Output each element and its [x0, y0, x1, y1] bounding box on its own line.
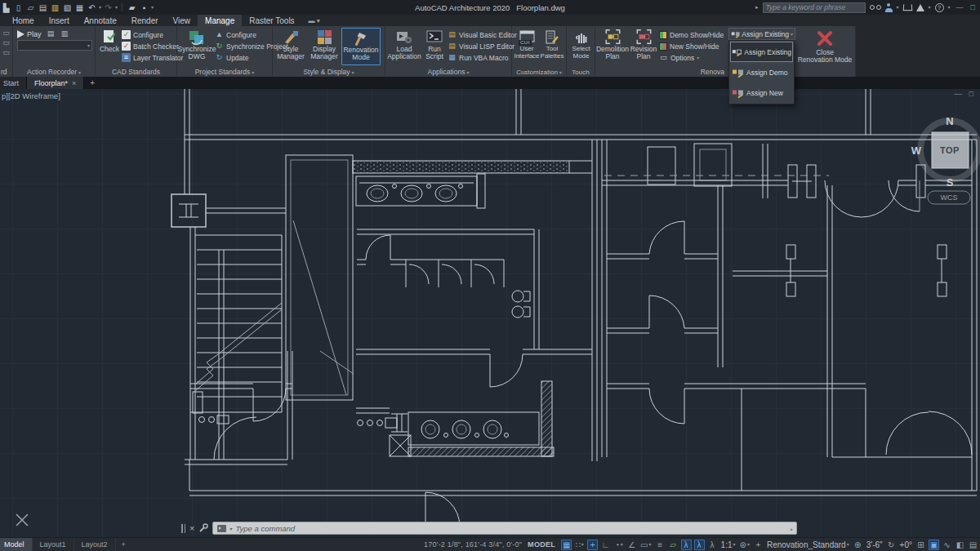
restore-drawing-icon[interactable]: □	[969, 90, 973, 98]
redo-icon[interactable]: ↷	[103, 2, 114, 13]
print-icon[interactable]: ▦	[74, 2, 85, 13]
menu-item-assign-new[interactable]: Assign New	[730, 82, 793, 103]
alert-caret-icon[interactable]: ▾	[929, 5, 931, 10]
panel-label-touch[interactable]: Touch	[572, 69, 589, 76]
undo-caret-icon[interactable]: ▾	[99, 5, 101, 10]
run-vba-macro-button[interactable]: ▦Run VBA Macro	[448, 52, 517, 63]
drawing-canvas[interactable]: N W S TOP WCS	[0, 89, 980, 537]
open-file-icon[interactable]: ▱	[25, 2, 36, 13]
customization-menu-icon[interactable]: ▤	[968, 540, 978, 550]
tab-render[interactable]: Render	[124, 15, 166, 26]
revision-plan-button[interactable]: Revision Plan	[628, 28, 659, 65]
action-macro-select[interactable]: ▾	[17, 40, 92, 51]
command-grip-handle[interactable]	[181, 524, 185, 533]
lineweight-icon[interactable]: ≡	[655, 540, 666, 550]
command-recent-caret-icon[interactable]: ▾	[229, 526, 232, 531]
undo-icon[interactable]: ↶	[87, 2, 97, 13]
new-layout-icon[interactable]: +	[116, 540, 131, 549]
display-manager-button[interactable]: Display Manager	[307, 28, 341, 65]
panel-label-project-standards[interactable]: Project Standards	[195, 68, 251, 76]
user-interface-button[interactable]: CUI User Interface	[514, 28, 540, 65]
select-mode-button[interactable]: Select Mode	[568, 28, 594, 65]
layout-tab-model[interactable]: Model	[0, 538, 33, 551]
check-button[interactable]: Check	[97, 28, 122, 65]
viewcube[interactable]: N W S TOP WCS	[911, 115, 979, 204]
sign-in-icon[interactable]	[885, 3, 893, 12]
options-button[interactable]: ▭Options▾	[659, 52, 728, 63]
tab-insert[interactable]: Insert	[42, 15, 77, 26]
annotation-visibility-icon[interactable]: λ	[681, 540, 692, 550]
panel-label-renovate[interactable]: Renova	[701, 68, 724, 76]
doc-tab-start[interactable]: Start	[0, 77, 27, 89]
ucs-icon[interactable]	[16, 514, 28, 526]
save-as-icon[interactable]: ▥	[50, 2, 60, 13]
viewcube-west[interactable]: W	[911, 144, 922, 157]
panel-label-cad-standards[interactable]: CAD Standards	[112, 68, 160, 76]
help-caret-icon[interactable]: ▾	[948, 5, 951, 10]
menu-item-assign-existing[interactable]: Assign Existing	[730, 42, 793, 62]
viewport-controls-label[interactable]: p][2D Wireframe]	[2, 91, 60, 100]
panel-label-style-display[interactable]: Style & Display	[303, 68, 350, 76]
close-tab-icon[interactable]: ×	[72, 79, 76, 87]
object-snap-icon[interactable]: ▭▾	[639, 540, 652, 550]
workspace-gear-icon[interactable]: ⊛▾	[739, 540, 751, 550]
assign-existing-dropdown-button[interactable]: Assign Existing▾	[728, 28, 795, 40]
visual-lisp-editor-button[interactable]: ▤Visual LISP Editor	[448, 41, 517, 51]
renovation-mode-button[interactable]: Renovation Mode	[341, 28, 381, 65]
ribbon-options-icon[interactable]: ▬ ▾	[302, 15, 327, 26]
quick-view-icon[interactable]: ⊞	[915, 540, 926, 550]
annotation-monitor-icon[interactable]: +	[753, 540, 764, 550]
visual-basic-editor-button[interactable]: ▤Visual Basic Editor	[448, 29, 517, 40]
annotation-scale-button[interactable]: 1:1▾	[720, 540, 737, 550]
tab-home[interactable]: Home	[5, 15, 42, 26]
insert-user-message-icon[interactable]: ▥	[60, 29, 69, 38]
account-caret-icon[interactable]: ▾	[897, 5, 899, 10]
qat-caret-icon[interactable]: ▾	[151, 5, 154, 10]
insert-pause-icon[interactable]: ▭	[2, 48, 11, 57]
insert-message-icon[interactable]: ▭	[2, 29, 11, 38]
new-drawing-tab-icon[interactable]: +	[84, 77, 100, 89]
search-icon[interactable]	[870, 4, 881, 11]
command-close-icon[interactable]: ×	[189, 524, 194, 533]
plot-icon[interactable]: ▧	[62, 2, 73, 13]
close-renovation-mode-button[interactable]: Close Renovation Mode	[795, 28, 854, 75]
alert-icon[interactable]	[916, 4, 924, 11]
demo-show-hide-button[interactable]: Demo Show/Hide	[659, 29, 728, 40]
load-application-button[interactable]: Load Application	[387, 28, 421, 65]
style-manager-button[interactable]: Style Manager	[274, 28, 307, 65]
annotation-autoscale-icon[interactable]: λ	[694, 540, 705, 550]
units-globe-icon[interactable]: ⊕	[853, 540, 863, 550]
run-script-button[interactable]: Run Script	[421, 28, 448, 65]
display-standard-button[interactable]: Renovation_Standard▾	[766, 540, 850, 550]
new-file-icon[interactable]: ▯	[13, 2, 24, 13]
wcs-label[interactable]: WCS	[941, 193, 958, 202]
maximize-window-icon[interactable]: □	[969, 3, 977, 11]
polar-tracking-icon[interactable]: ◔▾	[613, 540, 624, 550]
command-customize-wrench-icon[interactable]	[198, 523, 208, 533]
store-cart-icon[interactable]	[902, 4, 912, 11]
menu-item-assign-demo[interactable]: Assign Demo	[730, 62, 793, 82]
dynamic-input-icon[interactable]: +	[587, 540, 598, 550]
tab-annotate[interactable]: Annotate	[77, 15, 124, 26]
search-collapse-icon[interactable]: ▸	[755, 4, 759, 11]
insert-input-icon[interactable]: ▭	[2, 38, 11, 47]
insert-base-point-icon[interactable]: ▤	[47, 29, 56, 38]
open-drawing-icon[interactable]: ▰	[127, 2, 137, 13]
snap-mode-icon[interactable]: ∷▾	[574, 540, 585, 550]
isolate-objects-icon[interactable]: ▱	[668, 540, 679, 550]
synchronize-dwg-button[interactable]: Synchronize DWG	[179, 28, 215, 65]
clean-screen-icon[interactable]: ◧	[955, 540, 965, 550]
app-menu-icon[interactable]: ▙	[1, 2, 11, 13]
configure-button[interactable]: ✓Configure	[122, 29, 183, 40]
coordinates-readout[interactable]: 170'-2 1/8", 161'-4 3/4", 0'-0"	[424, 540, 522, 549]
doc-tab-floorplan[interactable]: Floorplan*×	[27, 77, 84, 89]
annotation-person-icon[interactable]: λ	[707, 540, 718, 550]
minimize-window-icon[interactable]: —	[955, 3, 965, 11]
new-show-hide-button[interactable]: New Show/Hide	[659, 41, 728, 51]
help-icon[interactable]: ?	[935, 3, 944, 12]
layout-tab-layout2[interactable]: Layout2	[74, 538, 116, 551]
isodraft-icon[interactable]: ∠	[626, 540, 637, 550]
elevation-button[interactable]: 3'-6"	[866, 540, 884, 550]
redo-caret-icon[interactable]: ▾	[115, 5, 118, 10]
panel-label-applications[interactable]: Applications	[428, 68, 466, 76]
